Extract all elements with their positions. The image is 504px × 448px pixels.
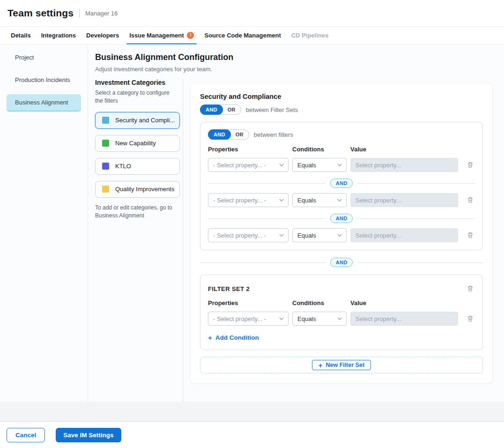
main-section: Business Alignment Configuration Adjust … <box>88 45 504 402</box>
and-or-toggle[interactable]: AND OR <box>200 105 241 115</box>
value-input[interactable] <box>350 228 458 242</box>
value-header: Value <box>350 299 475 306</box>
property-select[interactable]: - Select property... - <box>208 228 289 242</box>
main-header: Business Alignment Configuration Adjust … <box>88 45 504 73</box>
category-label: Security and Compli... <box>115 117 175 124</box>
save-im-settings-button[interactable]: Save IM Settings <box>56 428 121 442</box>
footer-actions: Cancel Save IM Settings <box>0 422 504 448</box>
settings-sidebar: Project Production Incidents Business Al… <box>0 45 88 402</box>
delete-filter-button[interactable] <box>466 195 475 205</box>
main-body: Investment Categories Select a category … <box>88 79 504 402</box>
add-condition-button[interactable]: + Add Condition <box>208 334 259 341</box>
filter-row: - Select property... - Equals <box>208 158 475 172</box>
category-new-capability[interactable]: New Capability <box>95 135 180 152</box>
value-input[interactable] <box>350 158 458 172</box>
filter-set-2-card: FILTER SET 2 Properties Conditions Value <box>200 275 483 350</box>
content-area: Project Production Incidents Business Al… <box>0 45 504 402</box>
chevron-down-icon <box>337 317 342 320</box>
filter-sets-operator-row: AND OR between Filter Sets <box>200 105 483 115</box>
condition-select[interactable]: Equals <box>292 193 347 207</box>
page-title: Team settings <box>7 7 74 19</box>
properties-header: Properties <box>208 299 292 306</box>
filter-row: - Select property... - Equals <box>208 312 475 326</box>
filters-operator-row: AND OR between filters <box>208 129 475 140</box>
trash-icon <box>467 161 474 169</box>
and-option[interactable]: AND <box>200 105 223 115</box>
tab-details[interactable]: Details <box>6 27 36 44</box>
trash-icon <box>467 196 474 204</box>
filter-row: - Select property... - Equals <box>208 228 475 242</box>
delete-filter-button[interactable] <box>466 231 475 240</box>
and-connector-pill: AND <box>330 179 353 188</box>
condition-select[interactable]: Equals <box>292 228 347 242</box>
tab-issue-management[interactable]: Issue Management ! <box>124 27 199 44</box>
sidebar-item-business-alignment[interactable]: Business Alignment <box>7 94 81 112</box>
delete-filter-set-button[interactable] <box>466 284 475 293</box>
tab-developers[interactable]: Developers <box>81 27 124 44</box>
trash-icon <box>467 231 474 239</box>
new-filter-set-dropzone: + New Filter Set <box>200 357 483 373</box>
condition-select[interactable]: Equals <box>292 312 347 326</box>
category-label: KTLO <box>115 163 131 170</box>
properties-header: Properties <box>208 146 292 153</box>
value-input[interactable] <box>350 193 458 207</box>
sidebar-item-production-incidents[interactable]: Production Incidents <box>7 72 81 89</box>
or-option[interactable]: OR <box>222 107 241 112</box>
page-header: Team settings Manager 16 <box>0 0 504 27</box>
categories-footnote: To add or edit categories, go to Busines… <box>95 204 177 220</box>
categories-title: Investment Categories <box>95 79 176 86</box>
and-connector-pill: AND <box>330 258 353 267</box>
chevron-down-icon <box>279 199 284 202</box>
filter-configuration-panel: Security and Compliance AND OR between F… <box>190 83 493 383</box>
category-color-swatch <box>102 186 109 193</box>
category-color-swatch <box>102 117 109 124</box>
and-connector-pill: AND <box>330 214 353 223</box>
category-ktlo[interactable]: KTLO <box>95 158 180 175</box>
config-title: Business Alignment Configuration <box>95 52 493 62</box>
category-label: Quality Improvements <box>115 186 174 193</box>
chevron-down-icon <box>337 199 342 202</box>
chevron-down-icon <box>279 317 284 320</box>
sidebar-item-project[interactable]: Project <box>7 49 81 67</box>
team-settings-page: Team settings Manager 16 Details Integra… <box>0 0 504 448</box>
tab-source-code-management[interactable]: Source Code Management <box>199 27 286 44</box>
category-list: Security and Compli... New Capability KT… <box>95 112 176 198</box>
chevron-down-icon <box>279 164 284 166</box>
category-color-swatch <box>102 140 109 147</box>
filter-row: - Select property... - Equals <box>208 193 475 207</box>
filter-set-2-title: FILTER SET 2 <box>208 285 250 292</box>
investment-categories-column: Investment Categories Select a category … <box>88 79 183 402</box>
tab-bar: Details Integrations Developers Issue Ma… <box>0 27 504 45</box>
property-select[interactable]: - Select property... - <box>208 158 289 172</box>
or-option[interactable]: OR <box>230 132 249 137</box>
chevron-down-icon <box>337 164 342 166</box>
property-select[interactable]: - Select property... - <box>208 193 289 207</box>
tab-cd-pipelines: CD Pipelines <box>286 27 334 44</box>
and-option[interactable]: AND <box>208 129 231 140</box>
and-or-toggle[interactable]: AND OR <box>208 129 249 140</box>
category-color-swatch <box>102 163 109 170</box>
row-connector: AND <box>208 179 475 188</box>
category-security-and-compliance[interactable]: Security and Compli... <box>95 112 180 129</box>
tab-integrations[interactable]: Integrations <box>36 27 81 44</box>
trash-icon <box>467 285 474 292</box>
plus-icon: + <box>319 362 323 369</box>
category-label: New Capability <box>115 140 156 147</box>
new-filter-set-button[interactable]: + New Filter Set <box>312 360 371 370</box>
title-divider <box>79 8 80 18</box>
filter-column-headers: Properties Conditions Value <box>208 146 475 153</box>
delete-filter-button[interactable] <box>466 160 475 170</box>
categories-hint: Select a category to configure the filte… <box>95 89 176 105</box>
filter-set-2-header: FILTER SET 2 <box>208 284 475 293</box>
category-quality-improvements[interactable]: Quality Improvements <box>95 181 180 198</box>
property-select[interactable]: - Select property... - <box>208 312 289 326</box>
cancel-button[interactable]: Cancel <box>7 428 45 442</box>
trash-icon <box>467 315 474 322</box>
conditions-header: Conditions <box>292 146 350 153</box>
condition-select[interactable]: Equals <box>292 158 347 172</box>
chevron-down-icon <box>279 234 284 237</box>
filter-set-1-card: AND OR between filters Properties Condit… <box>200 122 483 250</box>
delete-filter-button[interactable] <box>466 314 475 323</box>
value-input[interactable] <box>350 312 458 326</box>
config-subtitle: Adjust investment categories for your te… <box>95 66 493 73</box>
